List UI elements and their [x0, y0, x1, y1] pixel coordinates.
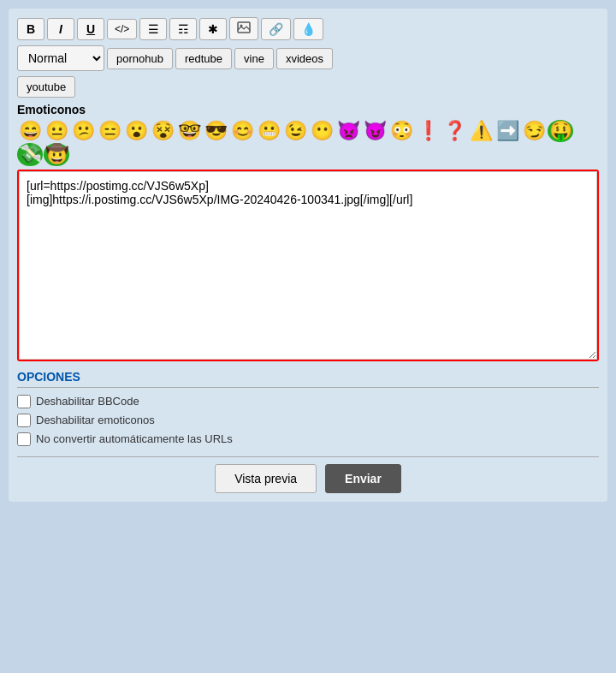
emoji-11[interactable]: 😉: [282, 120, 308, 142]
emoji-2[interactable]: 😐: [44, 120, 69, 142]
format-select[interactable]: Normal Heading 1 Heading 2 Heading 3: [17, 45, 104, 71]
emoji-13[interactable]: 👿: [335, 120, 361, 142]
tag-vine[interactable]: vine: [234, 48, 274, 69]
emoji-8[interactable]: 😎: [203, 120, 228, 142]
list-ordered-button[interactable]: ☶: [169, 18, 197, 40]
emoji-5[interactable]: 😮: [123, 120, 149, 142]
color-button[interactable]: 💧: [293, 18, 323, 40]
italic-button[interactable]: I: [47, 18, 74, 40]
label-disable-emoticons: Deshabilitar emoticonos: [36, 414, 155, 426]
tag-youtube[interactable]: youtube: [17, 76, 75, 98]
emoji-10[interactable]: 😬: [256, 120, 281, 142]
divider: [17, 456, 599, 457]
emoji-21[interactable]: 🤑: [548, 120, 573, 142]
emoji-17[interactable]: ❓: [441, 120, 467, 142]
link-button[interactable]: 🔗: [261, 18, 291, 40]
bbcode-editor-wrapper: [url=https://postimg.cc/VJS6w5Xp] [img]h…: [17, 170, 599, 361]
checkbox-disable-bbcode[interactable]: [17, 395, 31, 408]
bold-button[interactable]: B: [17, 18, 44, 40]
emoji-12[interactable]: 😶: [309, 120, 335, 142]
tag-redtube[interactable]: redtube: [175, 48, 232, 69]
emoji-23[interactable]: 🤠: [44, 143, 69, 165]
option-disable-bbcode: Deshabilitar BBCode: [17, 395, 599, 408]
emoji-9[interactable]: 😊: [229, 120, 255, 142]
submit-button[interactable]: Enviar: [325, 464, 401, 493]
emoticons-label: Emoticonos: [17, 103, 599, 116]
emoticons-row-1: 😄 😐 😕 😑 😮 😵 🤓 😎 😊 😬 😉 😶 👿 😈 😳 ❗ ❓ ⚠️ ➡️ …: [17, 120, 599, 166]
label-no-auto-url: No convertir automáticamente las URLs: [36, 432, 233, 445]
emoji-7[interactable]: 🤓: [176, 120, 202, 142]
svg-rect-0: [238, 22, 250, 33]
toolbar-row-2: Normal Heading 1 Heading 2 Heading 3 por…: [17, 45, 599, 71]
checkbox-disable-emoticons[interactable]: [17, 414, 31, 427]
option-no-auto-url: No convertir automáticamente las URLs: [17, 432, 599, 446]
underline-button[interactable]: U: [77, 18, 104, 40]
checkbox-no-auto-url[interactable]: [17, 432, 31, 446]
emoji-14[interactable]: 😈: [362, 120, 388, 142]
emoji-22[interactable]: 💸: [17, 143, 43, 165]
tag-pornohub[interactable]: pornohub: [107, 48, 173, 69]
emoji-20[interactable]: 😏: [521, 120, 547, 142]
code-button[interactable]: </>: [107, 19, 137, 39]
emoji-15[interactable]: 😳: [388, 120, 414, 142]
preview-button[interactable]: Vista previa: [215, 464, 317, 493]
emoji-4[interactable]: 😑: [97, 120, 122, 142]
toolbar-row-1: B I U </> ☰ ☶ ✱ 🔗 💧: [17, 17, 599, 40]
bottom-buttons: Vista previa Enviar: [17, 464, 599, 493]
label-disable-bbcode: Deshabilitar BBCode: [36, 395, 139, 408]
special-button[interactable]: ✱: [199, 18, 227, 40]
tag-xvideos[interactable]: xvideos: [276, 48, 333, 69]
editor-container: B I U </> ☰ ☶ ✱ 🔗 💧 Normal Heading 1 Hea…: [9, 9, 607, 502]
option-disable-emoticons: Deshabilitar emoticonos: [17, 414, 599, 427]
emoji-3[interactable]: 😕: [70, 120, 96, 142]
emoji-19[interactable]: ➡️: [495, 120, 520, 142]
list-unordered-button[interactable]: ☰: [139, 18, 167, 40]
image-button[interactable]: [229, 17, 258, 40]
emoji-16[interactable]: ❗: [415, 120, 441, 142]
emoji-18[interactable]: ⚠️: [468, 120, 494, 142]
emoji-6[interactable]: 😵: [150, 120, 175, 142]
bbcode-textarea[interactable]: [url=https://postimg.cc/VJS6w5Xp] [img]h…: [19, 171, 597, 360]
emoji-1[interactable]: 😄: [17, 120, 43, 142]
options-title: OPCIONES: [17, 370, 599, 388]
toolbar-row-3: youtube: [17, 76, 599, 98]
options-section: OPCIONES Deshabilitar BBCode Deshabilita…: [17, 370, 599, 446]
